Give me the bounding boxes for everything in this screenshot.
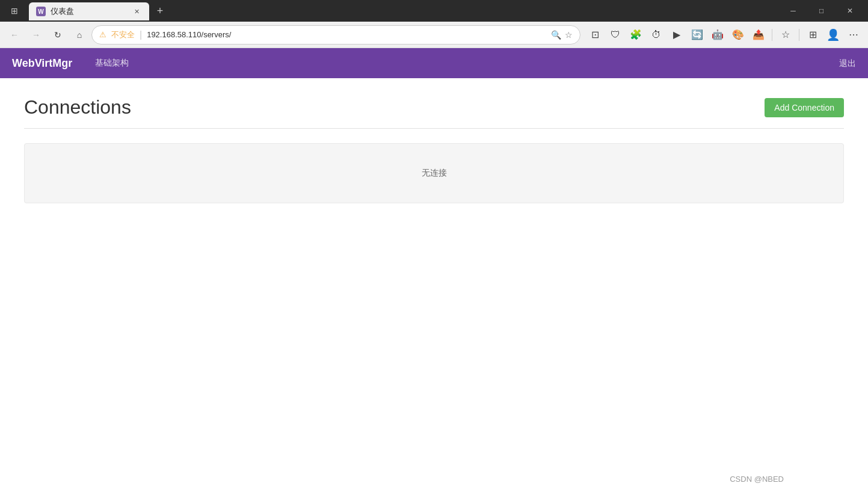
- extensions-icon[interactable]: ⊡: [585, 25, 605, 45]
- share-icon[interactable]: 📤: [749, 25, 768, 45]
- tab-close-button[interactable]: ✕: [131, 6, 142, 17]
- url-text: 192.168.58.110/servers/: [147, 30, 546, 39]
- address-bar-icons: 🔍 ☆: [551, 30, 573, 40]
- profile-icon[interactable]: 👤: [823, 25, 843, 45]
- shield-icon[interactable]: 🛡: [606, 25, 625, 45]
- forward-button[interactable]: →: [26, 25, 46, 45]
- page-divider: [24, 128, 844, 129]
- new-tab-button[interactable]: +: [152, 2, 168, 19]
- collections-icon[interactable]: ⊞: [803, 25, 822, 45]
- app-nav-right: 退出: [839, 58, 856, 69]
- browser-nav-bar: ← → ↻ ⌂ ⚠ 不安全 | 192.168.58.110/servers/ …: [0, 22, 868, 48]
- more-button[interactable]: ⋯: [844, 25, 863, 45]
- maximize-button[interactable]: □: [808, 1, 835, 20]
- address-bar[interactable]: ⚠ 不安全 | 192.168.58.110/servers/ 🔍 ☆: [91, 25, 580, 45]
- home-button[interactable]: ⌂: [70, 25, 89, 45]
- active-tab[interactable]: W 仪表盘 ✕: [29, 2, 149, 20]
- reload-button[interactable]: ↻: [48, 25, 67, 45]
- color-icon[interactable]: 🎨: [728, 25, 748, 45]
- copilot-icon[interactable]: 🤖: [708, 25, 727, 45]
- main-content: Connections Add Connection 无连接: [0, 78, 868, 470]
- page-title: Connections: [24, 96, 131, 118]
- browser-toolbar: ⊡ 🛡 🧩 ⏱ ▶ 🔄 🤖 🎨 📤 ☆ ⊞ 👤 ⋯: [585, 25, 863, 45]
- watermark: CSDN @NBED: [730, 475, 784, 484]
- nav-link-infrastructure[interactable]: 基础架构: [90, 55, 134, 71]
- app-navbar: WebVirtMgr 基础架构 退出: [0, 48, 868, 78]
- bookmark-icon[interactable]: ☆: [565, 30, 573, 40]
- tab-title: 仪表盘: [51, 6, 74, 17]
- search-icon[interactable]: 🔍: [551, 30, 561, 40]
- app-brand[interactable]: WebVirtMgr: [12, 57, 72, 70]
- app-nav-links: 基础架构: [90, 55, 134, 71]
- empty-connections-panel: 无连接: [24, 143, 844, 203]
- logout-link[interactable]: 退出: [839, 58, 856, 68]
- play-icon[interactable]: ▶: [667, 25, 686, 45]
- tab-favicon: W: [36, 7, 46, 16]
- security-warning-text: 不安全: [111, 29, 135, 40]
- back-button[interactable]: ←: [5, 25, 24, 45]
- tab-layout-icon[interactable]: ⊞: [5, 1, 24, 20]
- toolbar-divider2: [799, 29, 799, 41]
- timer-icon[interactable]: ⏱: [647, 25, 666, 45]
- add-connection-button[interactable]: Add Connection: [765, 98, 844, 117]
- minimize-button[interactable]: ─: [780, 1, 807, 20]
- favorites-icon[interactable]: ☆: [776, 25, 795, 45]
- empty-connections-text: 无连接: [422, 168, 447, 177]
- window-controls: ─ □ ✕: [780, 1, 863, 20]
- refresh-icon[interactable]: 🔄: [688, 25, 707, 45]
- page-header: Connections Add Connection: [24, 96, 844, 118]
- security-warning-icon: ⚠: [99, 30, 106, 39]
- browser-title-bar: ⊞ W 仪表盘 ✕ + ─ □ ✕: [0, 0, 868, 22]
- addon-icon1[interactable]: 🧩: [626, 25, 645, 45]
- address-divider: |: [140, 29, 142, 40]
- toolbar-divider: [772, 29, 772, 41]
- close-button[interactable]: ✕: [836, 1, 863, 20]
